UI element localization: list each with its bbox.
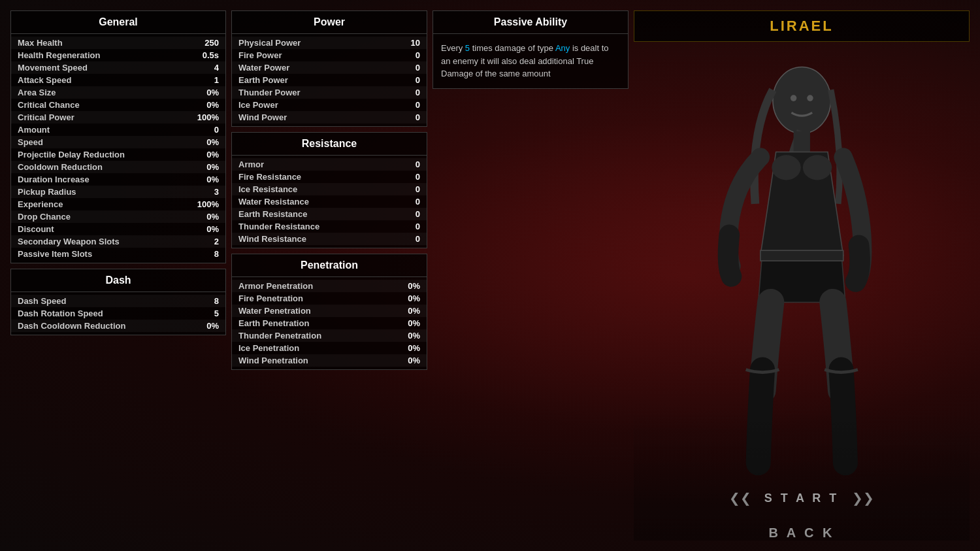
dash-stats: Dash Speed 8 Dash Rotation Speed 5 Dash …: [11, 292, 225, 335]
table-row: Secondary Weapon Slots 2: [11, 235, 225, 248]
table-row: Critical Chance 0%: [11, 99, 225, 111]
stat-value: 0%: [193, 162, 219, 172]
resistance-panel: Resistance Armor 0 Fire Resistance 0 Ice…: [231, 132, 427, 248]
stat-label: Fire Power: [238, 50, 282, 60]
stat-value: 0%: [394, 356, 420, 365]
table-row: Duration Increase 0%: [11, 173, 225, 186]
table-row: Passive Item Slots 8: [11, 248, 225, 260]
passive-highlight: 5: [465, 43, 470, 53]
stat-value: 0: [193, 125, 219, 135]
stat-label: Water Penetration: [238, 306, 311, 316]
table-row: Dash Speed 8: [11, 295, 225, 307]
table-row: Ice Penetration 0%: [232, 342, 427, 354]
stat-value: 0: [394, 234, 420, 244]
stat-value: 0%: [394, 293, 420, 303]
table-row: Thunder Power 0: [232, 86, 427, 99]
stat-value: 100%: [193, 112, 219, 122]
table-row: Ice Power 0: [232, 99, 427, 111]
penetration-stats: Armor Penetration 0% Fire Penetration 0%…: [232, 277, 427, 369]
table-row: Discount 0%: [11, 223, 225, 235]
stat-value: 0: [394, 172, 420, 182]
middle-column: Power Physical Power 10 Fire Power 0 Wat…: [231, 10, 427, 541]
stat-value: 0%: [193, 224, 219, 234]
stat-label: Movement Speed: [18, 63, 88, 73]
stat-label: Physical Power: [238, 38, 301, 48]
stat-value: 0%: [394, 331, 420, 341]
stat-label: Drop Chance: [18, 212, 71, 222]
stat-value: 0: [394, 50, 420, 60]
stat-value: 0%: [193, 100, 219, 110]
stat-value: 10: [394, 38, 420, 48]
stat-label: Dash Speed: [18, 296, 66, 306]
stat-value: 100%: [193, 199, 219, 209]
svg-rect-1: [793, 131, 809, 152]
table-row: Armor 0: [232, 158, 427, 171]
passive-panel: Passive Ability Every 5 times damage of …: [433, 10, 629, 541]
stat-label: Passive Item Slots: [18, 249, 92, 259]
start-nav: ❮❮ S T A R T ❯❯: [634, 484, 970, 512]
dash-panel: Dash Dash Speed 8 Dash Rotation Speed 5 …: [10, 269, 226, 335]
svg-point-5: [791, 95, 797, 101]
general-panel: General Max Health 250 Health Regenerati…: [10, 10, 226, 263]
table-row: Dash Cooldown Reduction 0%: [11, 320, 225, 332]
stat-label: Critical Power: [18, 112, 74, 122]
stat-value: 0: [394, 100, 420, 110]
table-row: Dash Rotation Speed 5: [11, 307, 225, 320]
penetration-panel: Penetration Armor Penetration 0% Fire Pe…: [231, 254, 427, 370]
stat-value: 0: [394, 63, 420, 73]
table-row: Max Health 250: [11, 37, 225, 49]
table-row: Earth Resistance 0: [232, 208, 427, 220]
svg-rect-4: [760, 250, 843, 261]
table-row: Water Penetration 0%: [232, 305, 427, 317]
stat-value: 0%: [193, 212, 219, 222]
table-row: Thunder Resistance 0: [232, 220, 427, 233]
table-row: Attack Speed 1: [11, 74, 225, 86]
penetration-title: Penetration: [232, 254, 427, 277]
stat-value: 8: [193, 249, 219, 259]
table-row: Earth Power 0: [232, 74, 427, 86]
table-row: Experience 100%: [11, 198, 225, 210]
table-row: Physical Power 10: [232, 37, 427, 49]
stat-label: Health Regeneration: [18, 50, 100, 60]
stat-value: 0%: [394, 306, 420, 316]
stat-label: Critical Chance: [18, 100, 80, 110]
table-row: Ice Resistance 0: [232, 183, 427, 195]
stat-label: Water Resistance: [238, 197, 309, 207]
stat-label: Amount: [18, 125, 50, 135]
stat-value: 0%: [193, 137, 219, 147]
stat-label: Projectile Delay Reduction: [18, 150, 125, 159]
table-row: Wind Penetration 0%: [232, 354, 427, 367]
stat-value: 0: [394, 159, 420, 169]
stat-label: Thunder Power: [238, 88, 301, 97]
stat-value: 250: [193, 38, 219, 48]
table-row: Water Resistance 0: [232, 195, 427, 208]
start-label[interactable]: S T A R T: [764, 492, 840, 505]
stat-value: 0: [394, 112, 420, 122]
prev-character-button[interactable]: ❮❮: [729, 490, 751, 506]
stat-label: Fire Resistance: [238, 172, 301, 182]
next-character-button[interactable]: ❯❯: [852, 490, 874, 506]
stat-value: 0%: [193, 321, 219, 331]
stat-value: 2: [193, 237, 219, 246]
general-stats: Max Health 250 Health Regeneration 0.5s …: [11, 34, 225, 263]
passive-title: Passive Ability: [433, 11, 628, 34]
svg-point-6: [807, 95, 813, 101]
stat-label: Pickup Radius: [18, 187, 76, 197]
table-row: Fire Penetration 0%: [232, 292, 427, 305]
stat-value: 0: [394, 222, 420, 231]
table-row: Fire Power 0: [232, 49, 427, 61]
stat-value: 0: [394, 197, 420, 207]
stat-label: Max Health: [18, 38, 63, 48]
stat-value: 0.5s: [193, 50, 219, 60]
table-row: Earth Penetration 0%: [232, 317, 427, 329]
table-row: Amount 0: [11, 124, 225, 136]
stat-label: Cooldown Reduction: [18, 162, 103, 172]
back-button[interactable]: B A C K: [769, 526, 835, 541]
stat-value: 0%: [394, 343, 420, 353]
character-name: LIRAEL: [661, 18, 943, 35]
svg-point-2: [772, 155, 800, 180]
stat-label: Earth Power: [238, 75, 288, 85]
character-figure: [678, 48, 926, 484]
stat-label: Discount: [18, 224, 54, 234]
stat-value: 4: [193, 63, 219, 73]
